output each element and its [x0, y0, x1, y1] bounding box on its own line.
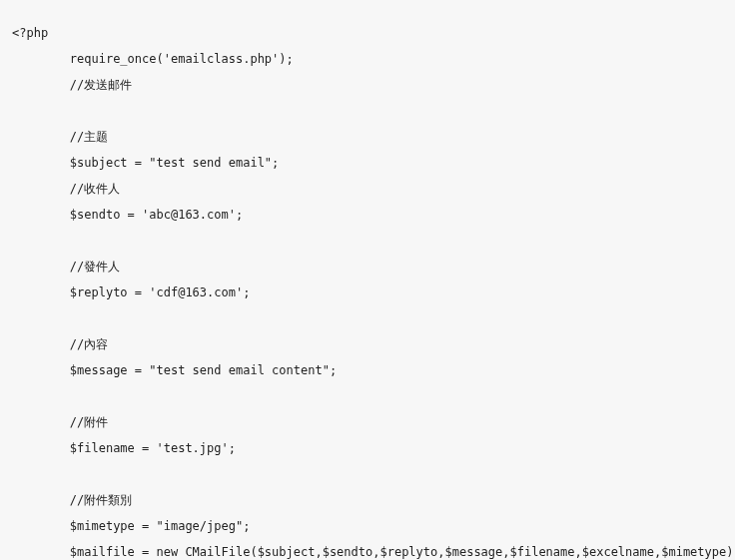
- php-code-block: <?php require_once('emailclass.php'); //…: [0, 12, 735, 560]
